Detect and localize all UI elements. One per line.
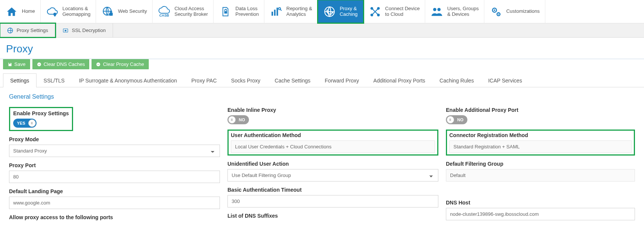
nav-proxy-caching[interactable]: Proxy &Caching (318, 0, 363, 23)
column-2: Enable Inline Proxy NO User Authenticati… (227, 107, 438, 226)
nav-label: Proxy & (340, 6, 358, 12)
nav-casb[interactable]: CASB Cloud AccessSecurity Broker (153, 0, 214, 23)
subnav-ssl-decryption[interactable]: SSL Decryption (55, 23, 113, 37)
subnav-proxy-settings[interactable]: Proxy Settings (0, 23, 55, 37)
tab-label: ICAP Services (488, 78, 522, 84)
nav-reporting[interactable]: Reporting &Analytics (264, 0, 318, 23)
tab-additional-ports[interactable]: Additional Proxy Ports (366, 73, 432, 87)
toggle-knob (28, 119, 36, 127)
tab-forward-proxy[interactable]: Forward Proxy (317, 73, 366, 87)
toggle-state: NO (237, 117, 249, 122)
document-lock-icon (219, 5, 232, 18)
svg-point-17 (494, 9, 495, 11)
inline-proxy-toggle[interactable]: NO (227, 115, 249, 124)
svg-point-12 (371, 14, 372, 16)
nav-label: Web Security (118, 9, 147, 14)
nav-label2: Geomapping (63, 12, 90, 17)
tab-settings[interactable]: Settings (3, 73, 37, 87)
nav-websecurity[interactable]: Web Security (96, 0, 153, 23)
svg-point-13 (377, 14, 379, 16)
minus-circle-icon (37, 62, 41, 67)
connect-icon (369, 5, 382, 18)
content: General Settings Enable Proxy Settings Y… (0, 87, 644, 232)
svg-point-11 (377, 7, 379, 9)
tab-cache-settings[interactable]: Cache Settings (267, 73, 317, 87)
svg-point-15 (438, 8, 441, 11)
tab-socks-proxy[interactable]: Socks Proxy (224, 73, 268, 87)
unidentified-label: Unidentified User Action (227, 161, 438, 167)
users-icon (430, 5, 443, 18)
tab-label: Caching Rules (440, 78, 474, 84)
subnav-label: Proxy Settings (17, 27, 48, 33)
svg-rect-6 (277, 8, 278, 15)
tab-label: Socks Proxy (231, 78, 261, 84)
save-button[interactable]: Save (3, 59, 30, 69)
sub-nav: Proxy Settings SSL Decryption (0, 23, 644, 38)
toggle-knob (228, 116, 236, 124)
clear-proxy-button[interactable]: Clear Proxy Cache (92, 59, 148, 69)
connector-reg-highlight: Connector Registration Method Standard R… (446, 130, 635, 156)
nav-label: Locations & (63, 6, 90, 12)
tab-ssl-tls[interactable]: SSL/TLS (37, 73, 72, 87)
enable-proxy-toggle[interactable]: YES (13, 119, 37, 128)
dns-suffixes-label: List of DNS Suffixes (227, 213, 438, 219)
toggle-knob (447, 116, 454, 124)
tab-label: Settings (10, 78, 29, 84)
nav-label2: Analytics (286, 12, 312, 17)
proxy-port-input[interactable] (9, 171, 220, 183)
ssl-icon (62, 27, 69, 34)
connector-reg-value[interactable]: Standard Registration + SAML (449, 140, 632, 153)
svg-rect-31 (450, 119, 450, 121)
svg-rect-32 (450, 119, 451, 121)
svg-rect-22 (65, 30, 67, 31)
nav-users[interactable]: Users, Groups& Devices (425, 0, 484, 23)
clear-dns-button[interactable]: Clear DNS Caches (32, 59, 90, 69)
nav-label: Connect Device (385, 6, 420, 12)
default-filtering-label: Default Filtering Group (446, 161, 635, 167)
proxy-mode-select[interactable]: Standard Proxy (9, 145, 220, 157)
svg-rect-4 (272, 12, 273, 16)
dns-host-label: DNS Host (446, 200, 635, 206)
additional-port-toggle[interactable]: NO (446, 115, 467, 124)
tab-ip-surrogate[interactable]: IP Surrogate & Anonymous Authentication (72, 73, 184, 87)
tab-label: Proxy PAC (191, 78, 217, 84)
tab-label: SSL/TLS (44, 78, 65, 84)
chart-icon (270, 5, 282, 18)
user-auth-value[interactable]: Local User Credentials + Cloud Connectio… (231, 140, 435, 153)
tab-icap-services[interactable]: ICAP Services (481, 73, 529, 87)
nav-label2: & Devices (447, 12, 479, 17)
svg-rect-5 (274, 9, 276, 15)
nav-locations[interactable]: Locations &Geomapping (41, 0, 96, 23)
nav-dlp[interactable]: Data LossPrevention (214, 0, 264, 23)
connector-reg-label: Connector Registration Method (449, 132, 632, 138)
nav-customizations[interactable]: Customizations (484, 0, 545, 23)
tab-caching-rules[interactable]: Caching Rules (432, 73, 481, 87)
svg-point-7 (279, 8, 281, 9)
nav-label2: Security Broker (174, 12, 208, 17)
globe-refresh-icon (323, 5, 336, 18)
svg-rect-24 (38, 64, 40, 64)
user-auth-highlight: User Authentication Method Local User Cr… (227, 130, 438, 156)
tab-label: IP Surrogate & Anonymous Authentication (79, 78, 177, 84)
nav-connect[interactable]: Connect Deviceto Cloud (363, 0, 426, 23)
default-filtering-value[interactable]: Default (446, 169, 635, 182)
svg-point-14 (433, 8, 436, 11)
unidentified-select[interactable]: Use Default Filtering Group (227, 169, 438, 182)
user-auth-label: User Authentication Method (231, 132, 435, 138)
nav-label: Users, Groups (447, 6, 479, 12)
inline-proxy-label: Enable Inline Proxy (227, 107, 438, 113)
basic-auth-input[interactable] (227, 195, 438, 207)
tab-proxy-pac[interactable]: Proxy PAC (184, 73, 224, 87)
nav-label: Cloud Access (174, 6, 208, 12)
toggle-state: YES (13, 121, 27, 125)
cloud-pin-icon (46, 5, 59, 18)
tab-label: Additional Proxy Ports (373, 78, 425, 84)
nav-label2: Caching (340, 12, 358, 17)
toggle-state: NO (455, 117, 467, 122)
landing-page-label: Default Landing Page (9, 188, 220, 194)
dns-host-input[interactable] (446, 208, 635, 220)
landing-page-input[interactable] (9, 197, 220, 209)
nav-label: Reporting & (286, 6, 312, 12)
nav-home[interactable]: Home (0, 0, 41, 23)
basic-auth-label: Basic Authentication Timeout (227, 187, 438, 193)
